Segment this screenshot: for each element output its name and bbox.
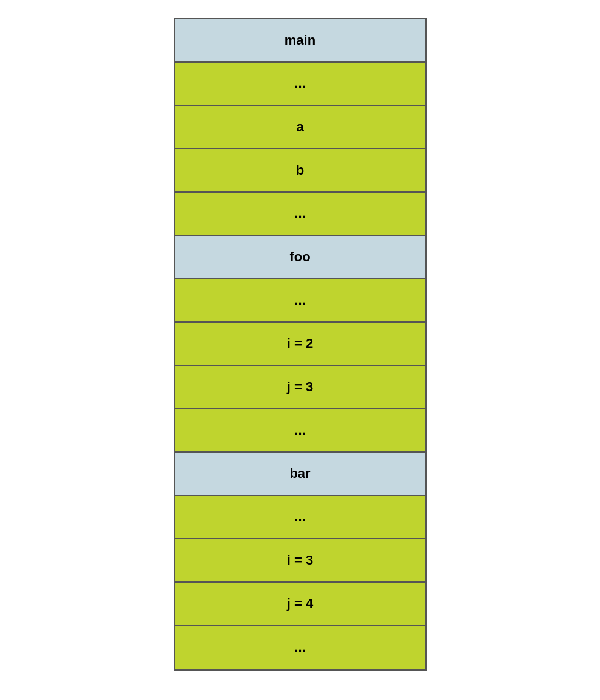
row-label: ...: [294, 293, 305, 308]
row-label: ...: [294, 206, 305, 221]
row-label: i = 3: [287, 553, 313, 568]
row-label: a: [296, 119, 303, 135]
table-row: j = 3: [175, 366, 425, 409]
row-label: ...: [294, 509, 305, 525]
row-label: i = 2: [287, 336, 313, 352]
section-header: foo: [175, 236, 425, 279]
table-row: ...: [175, 496, 425, 539]
main-table: main...ab...foo...i = 2j = 3...bar...i =…: [174, 18, 427, 671]
table-row: ...: [175, 409, 425, 453]
table-row: b: [175, 149, 425, 193]
table-row: i = 3: [175, 539, 425, 583]
section-header: bar: [175, 453, 425, 496]
section-header: main: [175, 19, 425, 63]
row-label: ...: [294, 640, 305, 655]
row-label: foo: [289, 249, 310, 265]
row-label: bar: [289, 466, 310, 482]
table-row: ...: [175, 626, 425, 669]
row-label: b: [296, 163, 304, 178]
row-label: j = 4: [287, 596, 313, 612]
table-row: j = 4: [175, 583, 425, 626]
table-row: ...: [175, 193, 425, 236]
row-label: main: [285, 33, 315, 48]
row-label: ...: [294, 76, 305, 91]
table-row: ...: [175, 63, 425, 106]
row-label: j = 3: [287, 379, 313, 395]
table-row: a: [175, 106, 425, 149]
table-row: ...: [175, 279, 425, 323]
row-label: ...: [294, 423, 305, 438]
table-row: i = 2: [175, 323, 425, 366]
